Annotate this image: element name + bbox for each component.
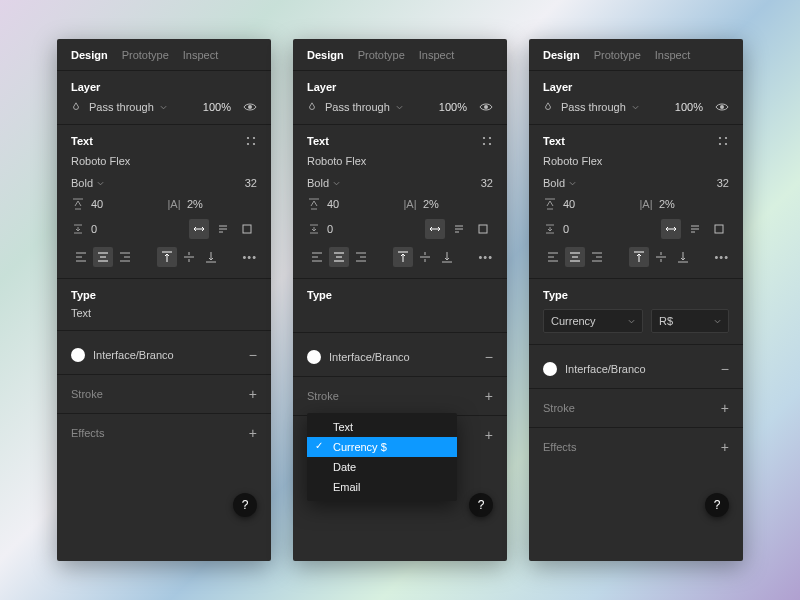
font-family[interactable]: Roboto Flex [543, 155, 729, 167]
type-option-text[interactable]: Text [307, 417, 457, 437]
align-right-button[interactable] [351, 247, 371, 267]
auto-height-button[interactable] [213, 219, 233, 239]
fill-swatch[interactable] [71, 348, 85, 362]
valign-middle-button[interactable] [415, 247, 435, 267]
add-effect-button[interactable]: + [721, 439, 729, 455]
font-size-input[interactable]: 32 [167, 177, 257, 189]
fill-swatch[interactable] [307, 350, 321, 364]
style-picker-icon[interactable] [481, 135, 493, 147]
more-text-options-button[interactable]: ••• [714, 251, 729, 263]
add-effect-button[interactable]: + [485, 427, 493, 443]
properties-panel-dropdown-open: Design Prototype Inspect Layer Pass thro… [293, 39, 507, 561]
paragraph-spacing-input[interactable]: 0 [71, 222, 97, 236]
letter-spacing-input[interactable]: |A| 2% [639, 197, 729, 211]
auto-width-button[interactable] [425, 219, 445, 239]
font-size-input[interactable]: 32 [639, 177, 729, 189]
visibility-icon[interactable] [479, 102, 493, 112]
valign-bottom-button[interactable] [673, 247, 693, 267]
add-stroke-button[interactable]: + [721, 400, 729, 416]
letter-spacing-input[interactable]: |A| 2% [403, 197, 493, 211]
tab-inspect[interactable]: Inspect [655, 49, 690, 61]
valign-top-button[interactable] [393, 247, 413, 267]
valign-bottom-button[interactable] [437, 247, 457, 267]
tab-prototype[interactable]: Prototype [594, 49, 641, 61]
fixed-size-button[interactable] [709, 219, 729, 239]
visibility-icon[interactable] [243, 102, 257, 112]
stroke-section: Stroke + [293, 377, 507, 416]
opacity-value[interactable]: 100% [203, 101, 231, 113]
help-button[interactable]: ? [233, 493, 257, 517]
type-value[interactable]: Text [71, 307, 257, 319]
type-option-currency[interactable]: Currency $ [307, 437, 457, 457]
type-dropdown-menu: Text Currency $ Date Email [307, 413, 457, 501]
opacity-value[interactable]: 100% [675, 101, 703, 113]
tab-prototype[interactable]: Prototype [122, 49, 169, 61]
layer-title: Layer [543, 81, 729, 93]
style-picker-icon[interactable] [245, 135, 257, 147]
fixed-size-button[interactable] [473, 219, 493, 239]
visibility-icon[interactable] [715, 102, 729, 112]
align-right-button[interactable] [587, 247, 607, 267]
add-stroke-button[interactable]: + [485, 388, 493, 404]
remove-fill-button[interactable]: − [485, 349, 493, 365]
font-size-input[interactable]: 32 [403, 177, 493, 189]
chevron-down-icon [333, 179, 340, 188]
remove-fill-button[interactable]: − [721, 361, 729, 377]
letter-spacing-input[interactable]: |A| 2% [167, 197, 257, 211]
font-family[interactable]: Roboto Flex [307, 155, 493, 167]
add-stroke-button[interactable]: + [249, 386, 257, 402]
font-weight-select[interactable]: Bold [71, 177, 161, 189]
line-height-input[interactable]: 40 [307, 197, 397, 211]
help-button[interactable]: ? [705, 493, 729, 517]
fill-swatch[interactable] [543, 362, 557, 376]
paragraph-spacing-value: 0 [563, 223, 569, 235]
remove-fill-button[interactable]: − [249, 347, 257, 363]
more-text-options-button[interactable]: ••• [478, 251, 493, 263]
blend-mode-select[interactable]: Pass through [561, 101, 639, 113]
align-left-button[interactable] [307, 247, 327, 267]
align-center-button[interactable] [93, 247, 113, 267]
valign-top-button[interactable] [157, 247, 177, 267]
fixed-size-button[interactable] [237, 219, 257, 239]
more-text-options-button[interactable]: ••• [242, 251, 257, 263]
tab-design[interactable]: Design [543, 49, 580, 61]
align-center-button[interactable] [329, 247, 349, 267]
add-effect-button[interactable]: + [249, 425, 257, 441]
auto-height-button[interactable] [449, 219, 469, 239]
align-center-button[interactable] [565, 247, 585, 267]
paragraph-spacing-input[interactable]: 0 [543, 222, 569, 236]
valign-top-button[interactable] [629, 247, 649, 267]
tab-design[interactable]: Design [71, 49, 108, 61]
tab-inspect[interactable]: Inspect [183, 49, 218, 61]
type-option-date[interactable]: Date [307, 457, 457, 477]
blend-mode-select[interactable]: Pass through [89, 101, 167, 113]
align-right-button[interactable] [115, 247, 135, 267]
font-weight-select[interactable]: Bold [543, 177, 633, 189]
valign-middle-button[interactable] [179, 247, 199, 267]
chevron-down-icon [396, 103, 403, 112]
auto-height-button[interactable] [685, 219, 705, 239]
style-picker-icon[interactable] [717, 135, 729, 147]
currency-symbol-select[interactable]: R$ [651, 309, 729, 333]
paragraph-spacing-input[interactable]: 0 [307, 222, 333, 236]
auto-width-button[interactable] [661, 219, 681, 239]
font-weight-select[interactable]: Bold [307, 177, 397, 189]
help-button[interactable]: ? [469, 493, 493, 517]
type-value[interactable] [307, 307, 493, 321]
valign-middle-button[interactable] [651, 247, 671, 267]
valign-bottom-button[interactable] [201, 247, 221, 267]
blend-mode-select[interactable]: Pass through [325, 101, 403, 113]
tab-inspect[interactable]: Inspect [419, 49, 454, 61]
opacity-value[interactable]: 100% [439, 101, 467, 113]
font-family[interactable]: Roboto Flex [71, 155, 257, 167]
type-option-email[interactable]: Email [307, 477, 457, 497]
align-left-button[interactable] [71, 247, 91, 267]
line-height-input[interactable]: 40 [71, 197, 161, 211]
line-height-input[interactable]: 40 [543, 197, 633, 211]
type-section: Type Currency R$ [529, 279, 743, 345]
type-select[interactable]: Currency [543, 309, 643, 333]
tab-design[interactable]: Design [307, 49, 344, 61]
align-left-button[interactable] [543, 247, 563, 267]
auto-width-button[interactable] [189, 219, 209, 239]
tab-prototype[interactable]: Prototype [358, 49, 405, 61]
